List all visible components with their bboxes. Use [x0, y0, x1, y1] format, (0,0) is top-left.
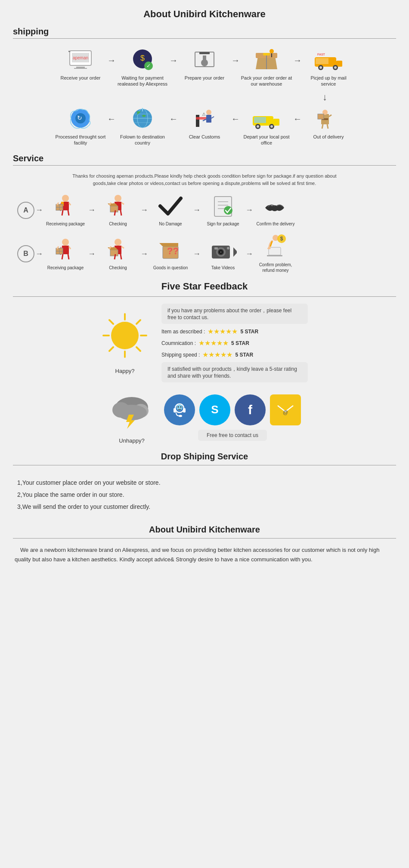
- svg-text:✓: ✓: [146, 63, 151, 69]
- svg-text:$: $: [280, 236, 283, 242]
- b-videos-label: Take Videos: [211, 265, 235, 271]
- service-row-a: A →: [13, 194, 396, 227]
- step-customs: ⚠ Clear Customs: [179, 105, 230, 146]
- prepare-label: Prepare your order: [185, 75, 224, 87]
- arrow2: →: [169, 55, 178, 65]
- unhappy-container: Unhappy?: [108, 391, 155, 444]
- svg-rect-92: [110, 250, 118, 256]
- rating-label-described: Item as described :: [161, 329, 205, 335]
- b-receiving-icon: [51, 237, 80, 263]
- a-receiving-icon: [51, 194, 80, 219]
- facebook-icon[interactable]: f: [235, 394, 266, 425]
- star-badge-communication: 5 STAR: [231, 340, 249, 346]
- svg-point-23: [319, 66, 322, 69]
- svg-rect-43: [196, 115, 199, 127]
- service-title: Service: [13, 154, 396, 163]
- step-receive-order: apeman Receive your order: [55, 46, 106, 87]
- b-question-label: Goods in question: [153, 265, 188, 271]
- destination-icon: [127, 105, 158, 132]
- a-receiving-label: Receiveing package: [46, 221, 85, 227]
- customs-icon: ⚠: [189, 105, 220, 132]
- svg-rect-71: [110, 206, 118, 212]
- arrow-a2: →: [140, 206, 148, 215]
- svg-point-131: [179, 415, 182, 417]
- drop-shipping-section: Drop Shiping Service 1,Your customer pla…: [13, 452, 396, 517]
- down-arrow: ↓: [13, 92, 370, 103]
- rating-label-shipping: Shipping speed :: [161, 352, 200, 358]
- arrow1: →: [107, 55, 116, 65]
- svg-line-49: [211, 117, 214, 118]
- svg-line-87: [69, 246, 71, 249]
- svg-line-32: [329, 115, 332, 117]
- shipping-title: shipping: [13, 27, 396, 37]
- out-delivery-label: Out of delivery: [313, 134, 344, 146]
- service-description: Thanks for choosing apeman products.Plea…: [13, 172, 396, 187]
- svg-text:??: ??: [167, 246, 179, 256]
- svg-text:S: S: [211, 403, 218, 416]
- a-sign-icon: [208, 194, 238, 219]
- a-sign-label: Sign for package: [207, 221, 239, 227]
- happy-container: Happy?: [101, 312, 149, 374]
- svg-rect-17: [263, 53, 270, 55]
- svg-point-103: [220, 251, 222, 253]
- svg-line-121: [109, 347, 113, 351]
- step-depart: Depart your local post office: [241, 105, 292, 146]
- step-payment: $ ✓ Waiting for payment realeased by Ali…: [117, 46, 168, 87]
- unhappy-contact-row: Unhappy?: [13, 391, 396, 444]
- b-refund-icon: $: [261, 234, 290, 260]
- prepare-icon: [189, 46, 220, 73]
- svg-point-134: [180, 406, 182, 407]
- sun-icon: [101, 312, 149, 366]
- arrow-b4: →: [245, 249, 253, 259]
- arrow-a0: →: [35, 206, 43, 215]
- free-contact-label: Free free to contact us: [198, 430, 267, 441]
- step-b-checking: Checking: [96, 237, 139, 271]
- drop-item-3: 3,We will send the order to your custome…: [17, 501, 392, 513]
- unhappy-label: Unhappy?: [108, 437, 155, 444]
- step-destination: Folown to destination country: [117, 105, 168, 146]
- svg-text:↻: ↻: [77, 114, 82, 121]
- arrow-b2: →: [140, 249, 148, 259]
- about-title: About Unibird Kitchenware: [13, 525, 396, 535]
- receive-order-label: Receive your order: [61, 75, 101, 87]
- stars-described: ★★★★★: [208, 327, 238, 336]
- svg-rect-2: [68, 51, 70, 52]
- skype-icon[interactable]: S: [199, 394, 230, 425]
- svg-rect-130: [183, 408, 186, 412]
- drop-item-1: 1,Your customer place order on your webs…: [17, 477, 392, 489]
- stars-shipping: ★★★★★: [202, 351, 232, 359]
- svg-rect-104: [214, 247, 218, 249]
- step-prepare: Prepare your order: [179, 46, 230, 87]
- arrow4: →: [293, 55, 302, 65]
- processed-label: Processed throught sort facility: [55, 134, 106, 146]
- svg-point-25: [334, 66, 337, 69]
- svg-rect-5: [74, 68, 87, 69]
- drop-shipping-title: Drop Shiping Service: [13, 452, 396, 462]
- cloud-icon: [108, 391, 155, 436]
- svg-text:apeman: apeman: [73, 55, 88, 60]
- about-text: We are a newborn kitchenware brand on Al…: [13, 545, 396, 564]
- b-question-icon: ??: [156, 237, 185, 263]
- svg-point-122: [111, 322, 139, 349]
- svg-point-133: [178, 406, 179, 407]
- step-a-checking: Checking: [96, 194, 139, 227]
- processed-icon: ↻: [65, 105, 96, 132]
- contact-icons-inner: S f @: [164, 394, 301, 425]
- arrow-b0: →: [35, 249, 43, 259]
- destination-label: Folown to destination country: [117, 134, 168, 146]
- payment-icon: $ ✓: [127, 46, 158, 73]
- shipping-section: shipping apeman Receive your order: [13, 27, 396, 146]
- svg-line-88: [62, 254, 63, 259]
- svg-point-81: [62, 239, 69, 246]
- page-container: About Unibird Kitchenware shipping apema…: [0, 0, 409, 581]
- a-nodamage-icon: [156, 194, 185, 219]
- svg-line-95: [115, 254, 115, 259]
- email-icon[interactable]: @: [270, 394, 301, 425]
- step-a-receiving: Receiveing package: [44, 194, 87, 227]
- svg-point-59: [62, 195, 69, 202]
- five-star-title: Five Star Feedback: [13, 281, 396, 292]
- depart-label: Depart your local post office: [241, 134, 292, 146]
- support-icon[interactable]: [164, 394, 195, 425]
- svg-line-34: [327, 124, 328, 129]
- b-checking-label: Checking: [109, 265, 127, 271]
